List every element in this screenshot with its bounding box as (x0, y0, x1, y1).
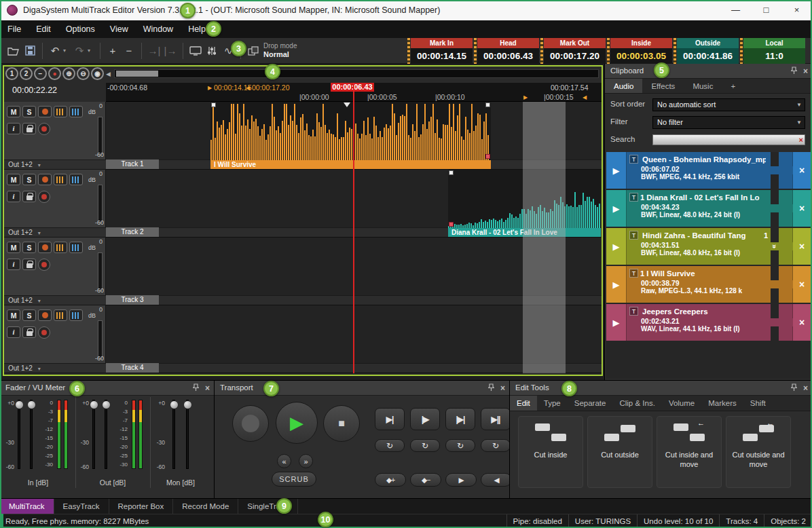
tab-multitrack[interactable]: MultiTrack (0, 499, 54, 514)
record-arm-button[interactable] (38, 259, 50, 271)
lock-button[interactable] (22, 123, 36, 134)
output-button[interactable] (38, 106, 52, 117)
undo-dropdown-icon[interactable]: ▾ (63, 48, 70, 54)
pin-icon[interactable] (791, 383, 797, 394)
loop-button[interactable]: ↻ (375, 439, 405, 452)
collapse-button[interactable]: − (34, 67, 47, 80)
filter-select[interactable]: No filter▼ (652, 116, 805, 129)
mute-button[interactable]: M (7, 242, 20, 253)
tab-type[interactable]: Type (537, 396, 568, 411)
output-button[interactable] (38, 309, 52, 321)
pin-icon[interactable] (488, 383, 494, 394)
clip-close-button[interactable]: × (792, 152, 811, 189)
close-panel-button[interactable]: × (205, 383, 210, 393)
previous-marker-button[interactable]: ◀ (481, 473, 512, 487)
close-panel-button[interactable]: × (803, 67, 808, 76)
pin-icon[interactable] (791, 67, 797, 77)
pin-icon[interactable] (193, 383, 199, 394)
tab-edit[interactable]: Edit (510, 396, 537, 411)
drop-mode-icon[interactable] (245, 42, 261, 60)
tab-music[interactable]: Music (684, 79, 722, 93)
drop-mode[interactable]: Drop mode Normal (263, 42, 297, 59)
output-routing[interactable]: Out 1+2▾ (4, 295, 106, 305)
output-button[interactable] (38, 242, 52, 253)
cut-outside-button[interactable]: Cut outside (587, 416, 652, 488)
track-name-tab[interactable]: Track 2 (106, 227, 159, 237)
clear-search-icon[interactable]: × (799, 135, 803, 145)
layout-1-button[interactable]: 1 (5, 67, 18, 80)
record-arm-button[interactable] (38, 326, 50, 339)
record-arm-button[interactable] (38, 123, 50, 135)
play-to-end-button[interactable]: ▶|| (481, 408, 511, 430)
scrollbar-thumb[interactable] (116, 71, 158, 77)
fader-slider[interactable] (18, 400, 20, 469)
maximize-button[interactable]: □ (751, 0, 781, 20)
cut-inside-button[interactable]: Cut inside (518, 416, 583, 488)
clip-play-button[interactable]: ▶ (606, 304, 627, 341)
info-button[interactable]: i (7, 123, 20, 134)
mixer-button[interactable] (69, 106, 83, 117)
clip-play-button[interactable]: ▶ (606, 152, 627, 189)
playhead[interactable] (353, 83, 354, 373)
mute-button[interactable]: M (7, 309, 20, 321)
clip-close-button[interactable]: × (792, 228, 811, 265)
solo-button[interactable]: S (22, 174, 36, 185)
clip-play-button[interactable]: ▶ (606, 266, 627, 303)
vu-meter-button[interactable] (54, 106, 67, 117)
fader-slider[interactable] (172, 400, 175, 469)
fader-knob[interactable] (183, 400, 192, 409)
fader-knob[interactable] (170, 400, 179, 409)
info-button[interactable]: i (7, 326, 20, 338)
info-button[interactable]: i (7, 191, 20, 202)
mixer-button[interactable] (69, 174, 83, 185)
record-indicator-button[interactable]: ● (48, 67, 61, 80)
clip-play-button[interactable]: ▶ (606, 228, 627, 265)
menu-file[interactable]: File (0, 20, 29, 38)
vu-meter-button[interactable] (54, 242, 67, 253)
mixer-button[interactable] (69, 242, 83, 253)
fader-knob[interactable] (102, 400, 111, 409)
fader-slider[interactable] (30, 400, 33, 469)
output-routing[interactable]: Out 1+2▾ (4, 227, 106, 237)
monitor-icon[interactable] (187, 42, 204, 60)
tab-effects[interactable]: Effects (642, 79, 684, 93)
output-button[interactable] (38, 174, 52, 185)
next-marker-button[interactable]: ▶ (445, 473, 477, 487)
cut-outside-move-button[interactable]: ← Cut outside and move (726, 416, 791, 488)
menu-options[interactable]: Options (58, 20, 103, 38)
cut-inside-move-button[interactable]: ← Cut inside and move (657, 416, 722, 488)
output-routing[interactable]: Out 1+2▾ (4, 159, 106, 169)
undo-icon[interactable]: ↶ (47, 42, 63, 60)
minimize-button[interactable]: — (720, 0, 751, 20)
vu-meter-button[interactable] (54, 174, 67, 185)
tab-markers[interactable]: Markers (701, 396, 743, 411)
clipboard-entry[interactable]: ▶ T Hindi Zahra - Beautiful Tang 1 00:04… (606, 228, 811, 265)
fader-slider[interactable] (186, 400, 189, 469)
clip-handle[interactable] (449, 222, 454, 227)
zoom-out-button[interactable]: ⊖ (77, 67, 90, 80)
fader-slider[interactable] (92, 400, 95, 469)
zoom-in-button[interactable]: ⊕ (62, 67, 75, 80)
tab-shift[interactable]: Shift (743, 396, 773, 411)
tab-reporter-box[interactable]: Reporter Box (109, 499, 174, 514)
scrub-button[interactable]: SCRUB (272, 472, 316, 487)
mixer-icon[interactable] (204, 42, 220, 60)
info-button[interactable]: i (7, 259, 20, 270)
sort-order-select[interactable]: No automatic sort▼ (652, 98, 805, 111)
remove-marker-button[interactable]: ◆− (410, 473, 441, 487)
object-right-icon[interactable]: |→ (162, 42, 179, 60)
stop-button[interactable]: ■ (323, 405, 360, 442)
fader-slider[interactable] (105, 400, 107, 469)
tab-volume[interactable]: Volume (662, 396, 701, 411)
redo-dropdown-icon[interactable]: ▾ (88, 48, 94, 54)
play-button[interactable]: ▶ (276, 402, 318, 444)
clip-close-button[interactable]: × (792, 190, 811, 227)
clipboard-entry[interactable]: ▶ T Queen - Bohemian Rhapsody_mp 00:06:0… (606, 152, 811, 189)
clip-type-badge[interactable]: T (629, 231, 638, 240)
tab-clip-ins[interactable]: Clip & Ins. (612, 396, 661, 411)
mixer-button[interactable] (69, 309, 83, 321)
fader-knob[interactable] (15, 400, 24, 409)
record-button[interactable] (232, 405, 269, 442)
lock-button[interactable] (22, 259, 36, 270)
clip-type-badge[interactable]: T (629, 307, 638, 316)
